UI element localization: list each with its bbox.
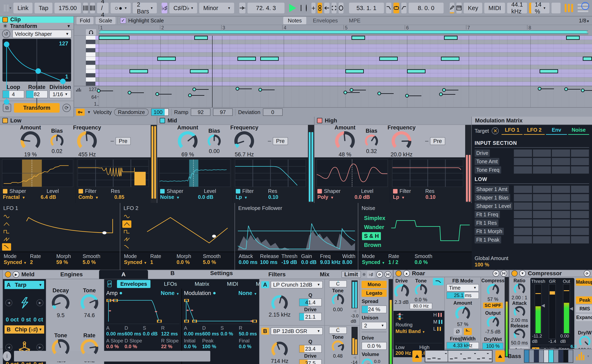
mod-initial[interactable]: 0.0 % bbox=[184, 344, 202, 349]
clip-color-swatch[interactable] bbox=[2, 17, 8, 22]
quantize-selector[interactable]: 2 Bars▾ bbox=[133, 3, 157, 13]
saw-up-icon[interactable] bbox=[122, 236, 131, 243]
velocity-lane[interactable]: 127 64 1 bbox=[74, 86, 592, 107]
low-pre-button[interactable]: Pre bbox=[116, 137, 131, 145]
midi-note[interactable] bbox=[345, 69, 364, 73]
velocity-marker[interactable] bbox=[350, 88, 353, 92]
mid-amount-knob[interactable]: Amount69 % bbox=[177, 124, 198, 158]
mix-a-gain-handle[interactable]: ◀ bbox=[353, 308, 356, 313]
matrix-cell[interactable] bbox=[533, 236, 551, 244]
ratio-value[interactable]: 2.00 : 1 bbox=[512, 295, 527, 300]
phase-invert-button[interactable]: Ø bbox=[454, 328, 462, 335]
beat-time-ruler[interactable]: 12345678 bbox=[74, 25, 592, 36]
activity-view-icon[interactable] bbox=[532, 347, 539, 349]
fb-time-field[interactable]: 25.1 ms bbox=[447, 292, 479, 299]
matrix-cell[interactable] bbox=[552, 149, 570, 157]
roar-tone-filter-icon[interactable] bbox=[433, 278, 444, 285]
global-amount[interactable]: Global Amount bbox=[475, 253, 589, 261]
compressor-activator[interactable] bbox=[511, 270, 518, 277]
info-icon[interactable]: i bbox=[3, 351, 11, 361]
compress-knob[interactable] bbox=[487, 284, 499, 296]
high-filter-display[interactable] bbox=[392, 159, 463, 187]
engine-a-ct[interactable]: 0 ct bbox=[33, 317, 43, 323]
pencil-icon[interactable] bbox=[450, 3, 454, 13]
high-enable-checkbox[interactable] bbox=[317, 118, 322, 123]
clear-target-icon[interactable]: ✕ bbox=[492, 127, 499, 134]
mix-a-tone-value[interactable]: 0.00 bbox=[333, 307, 343, 312]
velocity-marker[interactable] bbox=[97, 89, 100, 93]
velocity-lane-icon[interactable] bbox=[76, 87, 81, 92]
filter-b-freq-knob[interactable]: 714 Hz bbox=[261, 342, 298, 364]
lfo2-morph[interactable]: 0.0 % bbox=[177, 259, 203, 265]
follow-button[interactable] bbox=[239, 3, 245, 13]
clip-preview-thumbnail[interactable] bbox=[425, 350, 493, 362]
midi-note[interactable] bbox=[407, 69, 426, 73]
velocity-marker[interactable] bbox=[155, 92, 159, 96]
compressor-hot-swap-icon[interactable]: ⟳ bbox=[584, 270, 590, 277]
low-filter-res[interactable]: 0.85 bbox=[114, 194, 124, 200]
nudge-down-button[interactable] bbox=[83, 3, 88, 13]
lfo2-smooth[interactable]: 5.0 % bbox=[203, 259, 229, 265]
matrix-cell[interactable] bbox=[552, 158, 570, 165]
link-button[interactable]: Link bbox=[13, 3, 33, 13]
clip-header[interactable]: Clip bbox=[0, 16, 74, 23]
release-value[interactable]: 50.0 ms bbox=[511, 340, 528, 346]
triangle-icon[interactable] bbox=[122, 221, 131, 228]
matrix-cell[interactable] bbox=[552, 202, 570, 210]
matrix-cell[interactable] bbox=[533, 186, 551, 193]
release-knob[interactable] bbox=[514, 329, 525, 340]
noise-mode[interactable]: Synced ▼ bbox=[362, 259, 388, 265]
ramp-to-field[interactable]: 97 bbox=[213, 109, 233, 116]
groove-selector[interactable]: ○●▾ bbox=[111, 3, 131, 13]
matrix-cell[interactable] bbox=[552, 194, 570, 202]
roar-drywet-field[interactable]: 100 % bbox=[482, 343, 503, 350]
roar-drive-knob[interactable]: Drive2.3 dB bbox=[394, 278, 409, 309]
ratio-knob[interactable] bbox=[514, 284, 525, 295]
engine-a-tone-knob[interactable]: Tone74.6 bbox=[81, 287, 98, 318]
filter-a-drive-field[interactable]: 21.1 bbox=[299, 313, 322, 321]
square-icon[interactable] bbox=[2, 228, 11, 235]
midi-note[interactable] bbox=[351, 36, 365, 40]
low-shaper-type[interactable]: Fractal▼ bbox=[3, 194, 26, 200]
scale-aware-icon[interactable]: ♭♯ bbox=[367, 271, 375, 278]
triangle-icon[interactable] bbox=[2, 221, 11, 228]
subtab-matrix[interactable]: Matrix bbox=[195, 281, 209, 287]
low-shaper-display[interactable] bbox=[2, 159, 73, 187]
matrix-cell[interactable] bbox=[514, 186, 532, 193]
high-amount-knob[interactable]: Amount48 % bbox=[335, 124, 355, 158]
matrix-cell[interactable] bbox=[552, 236, 570, 244]
expand-button[interactable]: Expand bbox=[576, 314, 592, 321]
amp-route-selector[interactable]: None ▼ bbox=[161, 290, 179, 296]
matrix-cell[interactable] bbox=[533, 211, 551, 218]
velocity-shaper-graph[interactable]: 127 1 bbox=[2, 39, 71, 82]
matrix-cell[interactable] bbox=[571, 228, 589, 235]
punch-in-icon[interactable] bbox=[386, 3, 391, 13]
engine-a-st[interactable]: 0 st bbox=[21, 317, 31, 323]
fb-amount-knob[interactable] bbox=[455, 306, 470, 321]
velocity-marker[interactable] bbox=[343, 91, 347, 94]
deviation-field[interactable]: 0 bbox=[263, 109, 283, 116]
roar-activator[interactable] bbox=[395, 270, 402, 277]
mix-a-tone-knob[interactable] bbox=[332, 294, 344, 306]
midi-note[interactable] bbox=[444, 36, 458, 40]
thresh-meter[interactable]: ◀ bbox=[535, 284, 542, 333]
piano-key[interactable] bbox=[86, 52, 99, 57]
division-selector[interactable]: 1/16▼ bbox=[49, 90, 71, 98]
matrix-col-noise[interactable]: Noise bbox=[568, 127, 589, 135]
ef-thresh[interactable]: -19 dB bbox=[281, 259, 301, 265]
highlight-scale-checkbox[interactable]: ✓ bbox=[120, 18, 126, 24]
mod-envelope-graph[interactable] bbox=[184, 297, 257, 324]
mono-button[interactable]: Mono bbox=[362, 281, 387, 288]
noise-rate[interactable]: 1 / 2 bbox=[388, 259, 414, 265]
thresh-value[interactable]: -11.2 dB bbox=[532, 333, 544, 344]
high-filter-type[interactable]: Lp▼ bbox=[393, 194, 405, 200]
piano-key[interactable] bbox=[86, 69, 99, 73]
xover-low-value[interactable]: 200 Hz bbox=[395, 350, 411, 356]
noise-option-wander[interactable]: Wander bbox=[362, 223, 386, 231]
meld-activator[interactable] bbox=[5, 271, 11, 278]
piano-key[interactable] bbox=[86, 48, 99, 52]
piano-key[interactable] bbox=[86, 36, 99, 40]
comp-drywet-value[interactable]: 100 % bbox=[578, 347, 591, 349]
fold-button[interactable]: Fold bbox=[76, 17, 93, 24]
lfo1-shape-selector[interactable] bbox=[0, 212, 13, 252]
